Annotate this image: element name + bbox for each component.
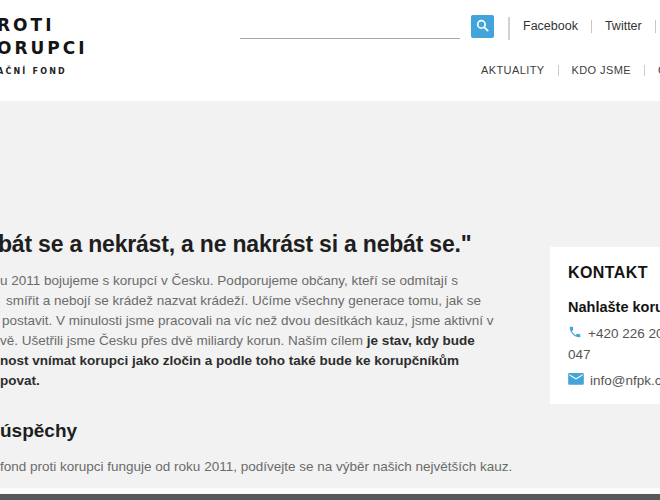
intro-line-bold-part: je stav, kdy bude	[367, 333, 475, 348]
header-divider	[508, 17, 510, 40]
intro-line: smířit a nebojí se krádež nazvat krádeží…	[0, 291, 493, 311]
footer-strip	[0, 494, 660, 500]
email-icon	[568, 370, 584, 391]
intro-line: povat.	[0, 371, 493, 391]
email-row: info@nfpk.cz	[568, 370, 660, 391]
report-corruption-link[interactable]: Nahlašte korupci	[568, 296, 660, 318]
intro-line: postavit. V minulosti jsme pracovali na …	[0, 311, 493, 331]
search-icon	[476, 19, 489, 35]
intro-line: vě. Ušetřili jsme Česku přes dvě miliard…	[0, 331, 493, 351]
header: ROTI ORUPCI AČNÍ FOND Facebook Twitter I…	[0, 0, 660, 101]
phone-number-line-2[interactable]: 047	[568, 344, 660, 365]
phone-row: +420 226 209	[568, 323, 660, 344]
intro-line: nost vnímat korupci jako zločin a podle …	[0, 351, 493, 371]
nav-item-kdo-jsme[interactable]: KDO JSME	[572, 64, 631, 77]
successes-heading: úspěchy	[0, 420, 77, 442]
logo[interactable]: ROTI ORUPCI AČNÍ FOND	[0, 14, 88, 76]
contact-title: KONTAKT	[568, 261, 660, 285]
nav-separator	[644, 65, 645, 76]
logo-line-1: ROTI	[0, 14, 88, 37]
social-separator	[655, 20, 656, 33]
logo-line-3: AČNÍ FOND	[0, 67, 88, 76]
nav-item-aktuality[interactable]: AKTUALITY	[481, 64, 545, 77]
search-button[interactable]	[471, 15, 494, 38]
phone-icon	[568, 323, 582, 344]
main-navigation: AKTUALITY KDO JSME CO	[481, 64, 660, 77]
intro-paragraph: u 2011 bojujeme s korupcí v Česku. Podpo…	[0, 271, 493, 391]
search-input[interactable]	[240, 16, 460, 39]
social-separator	[591, 20, 592, 33]
intro-line-regular-part: vě. Ušetřili jsme Česku přes dvě miliard…	[0, 333, 367, 348]
email-link[interactable]: info@nfpk.cz	[590, 370, 660, 391]
phone-number-line-1[interactable]: +420 226 209	[588, 323, 660, 344]
quote-heading: bát se a nekrást, a ne nakrást si a nebá…	[0, 231, 471, 258]
nav-separator	[558, 65, 559, 76]
social-link-twitter[interactable]: Twitter	[605, 19, 642, 34]
social-link-facebook[interactable]: Facebook	[523, 19, 578, 34]
logo-line-2: ORUPCI	[0, 37, 88, 60]
intro-line: u 2011 bojujeme s korupcí v Česku. Podpo…	[0, 271, 493, 291]
successes-text: fond proti korupci funguje od roku 2011,…	[0, 459, 512, 474]
social-links: Facebook Twitter Ins	[523, 19, 660, 34]
phone-block[interactable]: +420 226 209 047	[568, 323, 660, 365]
contact-card: KONTAKT Nahlašte korupci +420 226 209 04…	[550, 247, 660, 404]
content-background: bát se a nekrást, a ne nakrást si a nebá…	[0, 101, 660, 500]
